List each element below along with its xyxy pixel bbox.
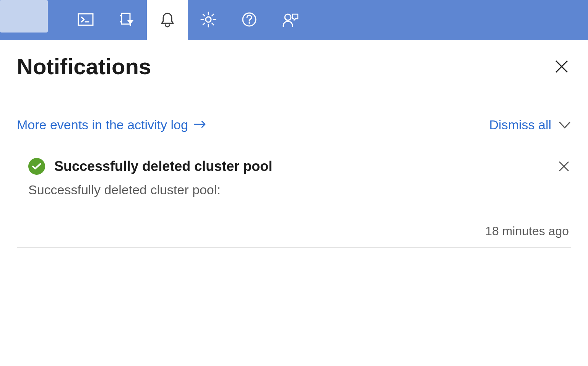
help-icon (240, 10, 258, 30)
directory-filter-icon (117, 10, 136, 30)
panel-actions: More events in the activity log Dismiss … (17, 117, 571, 144)
arrow-right-icon (193, 117, 206, 132)
feedback-button[interactable] (270, 0, 310, 40)
chevron-down-icon (558, 121, 571, 129)
help-button[interactable] (229, 0, 270, 40)
dismiss-notification-button[interactable] (557, 159, 571, 174)
success-status-icon (28, 158, 45, 175)
notifications-button[interactable] (147, 0, 188, 40)
svg-rect-0 (78, 14, 93, 25)
svg-point-5 (206, 17, 211, 22)
svg-line-11 (212, 23, 214, 25)
close-icon (554, 59, 569, 74)
more-events-link[interactable]: More events in the activity log (17, 117, 206, 132)
close-icon (558, 161, 570, 172)
panel-title: Notifications (17, 54, 151, 79)
top-toolbar (0, 0, 588, 40)
notification-timestamp: 18 minutes ago (17, 224, 571, 238)
settings-button[interactable] (188, 0, 229, 40)
svg-rect-2 (122, 13, 130, 24)
svg-point-16 (285, 14, 291, 20)
directory-filter-button[interactable] (106, 0, 147, 40)
notification-item: Successfully deleted cluster pool Succes… (17, 144, 571, 248)
dismiss-all-label: Dismiss all (489, 117, 551, 132)
notification-title: Successfully deleted cluster pool (54, 158, 547, 174)
more-events-label: More events in the activity log (17, 117, 188, 132)
dismiss-all-button[interactable]: Dismiss all (489, 117, 571, 132)
svg-line-13 (212, 14, 214, 16)
notification-body: Successfully deleted cluster pool: (17, 182, 571, 197)
notifications-bell-icon (158, 10, 177, 30)
search-input[interactable] (0, 0, 48, 33)
settings-gear-icon (199, 10, 218, 30)
notifications-panel: Notifications More events in the activit… (0, 40, 588, 248)
close-panel-button[interactable] (552, 57, 571, 76)
svg-point-15 (249, 22, 250, 24)
cloud-shell-icon (76, 10, 95, 30)
cloud-shell-button[interactable] (65, 0, 106, 40)
svg-line-12 (203, 23, 205, 25)
feedback-person-icon (281, 10, 299, 30)
panel-header: Notifications (17, 54, 571, 79)
svg-line-10 (203, 14, 205, 16)
